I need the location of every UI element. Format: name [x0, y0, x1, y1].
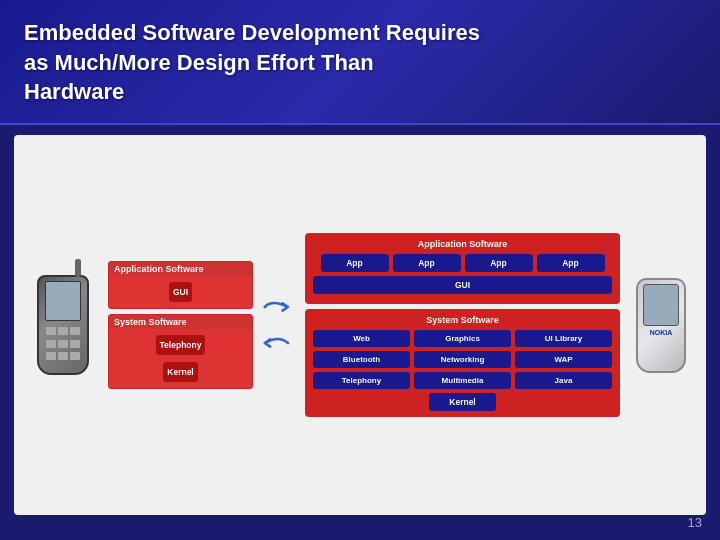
right-ui-library: UI Library — [515, 330, 612, 347]
right-app-3: App — [465, 254, 533, 272]
arrow-bottom — [263, 332, 295, 354]
left-sys-label: System Software — [109, 315, 252, 329]
phone-brand-label: NOKIA — [650, 329, 673, 336]
right-kernel: Kernel — [429, 393, 495, 411]
right-app-4: App — [537, 254, 605, 272]
right-app-row: App App App App — [313, 254, 612, 272]
right-multimedia: Multimedia — [414, 372, 511, 389]
left-kernel-box: Kernel — [163, 362, 197, 382]
right-app-section: Application Software App App App App GUI — [305, 233, 620, 304]
left-sys-section: System Software Telephony Kernel — [108, 314, 253, 389]
slide-title: Embedded Software Development Requires a… — [24, 18, 696, 107]
phone-right-body: NOKIA — [636, 278, 686, 373]
right-app-title: Application Software — [313, 239, 612, 249]
slide-content: Application Software GUI System Software… — [14, 135, 706, 515]
right-telephony: Telephony — [313, 372, 410, 389]
right-kernel-row: Kernel — [313, 393, 612, 411]
right-sys-section: System Software Web Graphics UI Library … — [305, 309, 620, 417]
phone-screen — [643, 284, 679, 326]
right-web: Web — [313, 330, 410, 347]
right-graphics: Graphics — [414, 330, 511, 347]
arrow-top — [263, 296, 295, 318]
left-app-section: Application Software GUI — [108, 261, 253, 309]
right-sys-title: System Software — [313, 315, 612, 325]
left-gui-box: GUI — [169, 282, 192, 302]
right-java: Java — [515, 372, 612, 389]
diagram-left: Application Software GUI System Software… — [108, 261, 253, 389]
slide-header: Embedded Software Development Requires a… — [0, 0, 720, 125]
right-bluetooth: Bluetooth — [313, 351, 410, 368]
right-app-1: App — [321, 254, 389, 272]
right-gui-row: GUI — [313, 276, 612, 294]
right-networking: Networking — [414, 351, 511, 368]
left-app-label: Application Software — [109, 262, 252, 276]
page-number: 13 — [688, 515, 702, 530]
arrows — [263, 296, 295, 354]
left-telephony-box: Telephony — [156, 335, 206, 355]
right-app-2: App — [393, 254, 461, 272]
right-gui-box: GUI — [313, 276, 612, 294]
right-sys-grid: Web Graphics UI Library Bluetooth Networ… — [313, 330, 612, 389]
diagram-right: Application Software App App App App GUI… — [305, 233, 620, 417]
phone-left-image — [28, 275, 98, 375]
right-wap: WAP — [515, 351, 612, 368]
phone-right-image: NOKIA — [630, 278, 692, 373]
